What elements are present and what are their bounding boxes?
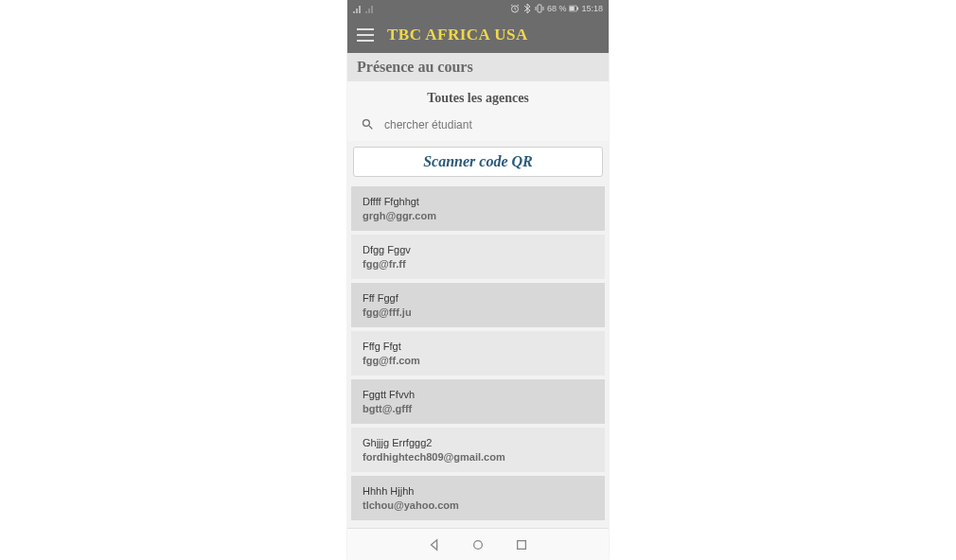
search-icon bbox=[361, 117, 375, 131]
battery-percent: 68 % bbox=[547, 4, 567, 13]
list-item[interactable]: Hhhh Hjjhh tlchou@yahoo.com bbox=[351, 476, 605, 520]
alarm-icon bbox=[510, 4, 520, 13]
list-item[interactable]: Dfgg Fggv fgg@fr.ff bbox=[351, 235, 605, 279]
agencies-label[interactable]: Toutes les agences bbox=[347, 81, 609, 114]
svg-rect-3 bbox=[570, 7, 575, 10]
student-email: fgg@fr.ff bbox=[363, 258, 593, 270]
student-list: Dffff Ffghhgt grgh@ggr.com Dfgg Fggv fgg… bbox=[347, 186, 609, 528]
list-item[interactable]: Dffff Ffghhgt grgh@ggr.com bbox=[351, 186, 605, 231]
list-item[interactable]: Fff Fggf fgg@fff.ju bbox=[351, 283, 605, 327]
student-name: Ghjjjg Errfggg2 bbox=[363, 437, 593, 448]
scan-qr-button[interactable]: Scanner code QR bbox=[353, 147, 603, 177]
student-email: bgtt@.gfff bbox=[363, 403, 593, 414]
signal-icon bbox=[353, 4, 363, 13]
list-item[interactable]: Fggtt Ffvvh bgtt@.gfff bbox=[351, 379, 605, 424]
student-name: Dfgg Fggv bbox=[363, 244, 593, 255]
student-email: fordhightech809@gmail.com bbox=[363, 451, 593, 463]
home-icon[interactable] bbox=[471, 538, 485, 551]
list-item[interactable]: Ghjjjg Errfggg2 fordhightech809@gmail.co… bbox=[351, 428, 605, 472]
app-bar: TBC AFRICA USA bbox=[347, 17, 609, 53]
page-title: Présence au cours bbox=[347, 53, 609, 81]
back-icon[interactable] bbox=[428, 538, 441, 551]
svg-point-5 bbox=[474, 540, 483, 549]
android-navbar bbox=[347, 528, 609, 560]
clock-time: 15:18 bbox=[581, 4, 603, 13]
search-input[interactable] bbox=[384, 118, 595, 131]
phone-frame: 68 % 15:18 TBC AFRICA USA Présence au co… bbox=[347, 0, 609, 560]
vibrate-icon bbox=[535, 4, 544, 13]
svg-rect-6 bbox=[518, 540, 526, 549]
student-email: tlchou@yahoo.com bbox=[363, 499, 593, 511]
svg-rect-1 bbox=[538, 5, 541, 12]
student-name: Fffg Ffgt bbox=[363, 341, 593, 352]
student-name: Fff Fggf bbox=[363, 292, 593, 304]
battery-icon bbox=[569, 4, 578, 13]
svg-rect-4 bbox=[577, 8, 578, 10]
app-title: TBC AFRICA USA bbox=[387, 26, 528, 44]
student-email: fgg@ff.com bbox=[363, 355, 593, 366]
search-row bbox=[347, 114, 609, 141]
student-name: Hhhh Hjjhh bbox=[363, 485, 593, 497]
bluetooth-icon bbox=[522, 4, 532, 13]
student-email: grgh@ggr.com bbox=[363, 210, 593, 221]
recent-icon[interactable] bbox=[515, 538, 528, 551]
student-email: fgg@fff.ju bbox=[363, 306, 593, 318]
list-item[interactable]: Fffg Ffgt fgg@ff.com bbox=[351, 331, 605, 376]
status-bar: 68 % 15:18 bbox=[347, 0, 609, 17]
signal-icon-2 bbox=[365, 4, 375, 13]
student-name: Dffff Ffghhgt bbox=[363, 196, 593, 207]
menu-icon[interactable] bbox=[357, 28, 374, 42]
student-name: Fggtt Ffvvh bbox=[363, 389, 593, 400]
